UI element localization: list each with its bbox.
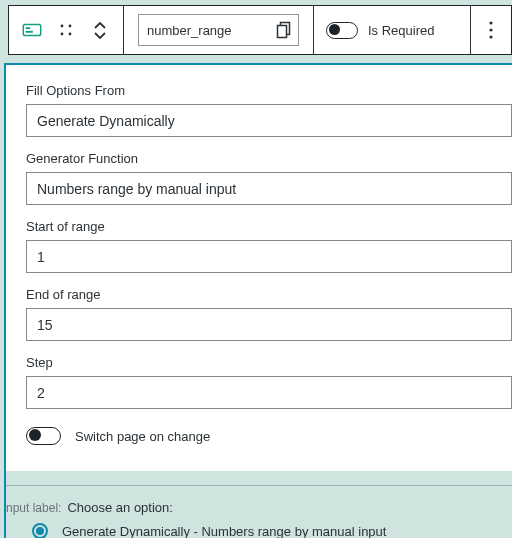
svg-point-5 — [69, 25, 72, 28]
step-input[interactable]: 2 — [26, 376, 512, 409]
svg-point-4 — [61, 33, 64, 36]
fill-options-label: Fill Options From — [26, 83, 512, 98]
field-settings-panel: Fill Options From Generate Dynamically G… — [4, 63, 512, 538]
move-arrows-icon[interactable] — [84, 14, 116, 46]
radio-selected-icon[interactable] — [32, 523, 48, 538]
step-label: Step — [26, 355, 512, 370]
svg-point-10 — [489, 28, 492, 31]
preview-footer: nput label: Choose an option: Generate D… — [6, 471, 512, 538]
svg-point-11 — [489, 35, 492, 38]
block-type-icon[interactable] — [16, 14, 48, 46]
preview-option-text: Generate Dynamically - Numbers range by … — [62, 524, 386, 539]
is-required-toggle[interactable] — [326, 22, 358, 39]
input-label-caption: nput label: — [6, 501, 61, 515]
switch-page-label: Switch page on change — [75, 429, 210, 444]
svg-rect-0 — [23, 25, 40, 36]
fill-options-select[interactable]: Generate Dynamically — [26, 104, 512, 137]
start-range-input[interactable]: 1 — [26, 240, 512, 273]
start-range-label: Start of range — [26, 219, 512, 234]
generator-function-label: Generator Function — [26, 151, 512, 166]
switch-page-toggle[interactable] — [26, 427, 61, 445]
svg-point-3 — [61, 25, 64, 28]
svg-rect-2 — [26, 31, 33, 33]
copy-icon[interactable] — [276, 21, 292, 42]
end-range-label: End of range — [26, 287, 512, 302]
generator-function-select[interactable]: Numbers range by manual input — [26, 172, 512, 205]
more-options-icon[interactable] — [475, 14, 507, 46]
is-required-label: Is Required — [368, 23, 434, 38]
input-label-value: Choose an option: — [67, 500, 173, 515]
svg-point-6 — [69, 33, 72, 36]
block-toolbar: number_range Is Required — [8, 5, 512, 55]
field-name-value: number_range — [147, 23, 232, 38]
end-range-input[interactable]: 15 — [26, 308, 512, 341]
field-name-input[interactable]: number_range — [138, 14, 299, 46]
svg-rect-8 — [278, 26, 287, 38]
svg-point-9 — [489, 21, 492, 24]
drag-handle-icon[interactable] — [50, 14, 82, 46]
svg-rect-1 — [26, 27, 31, 29]
